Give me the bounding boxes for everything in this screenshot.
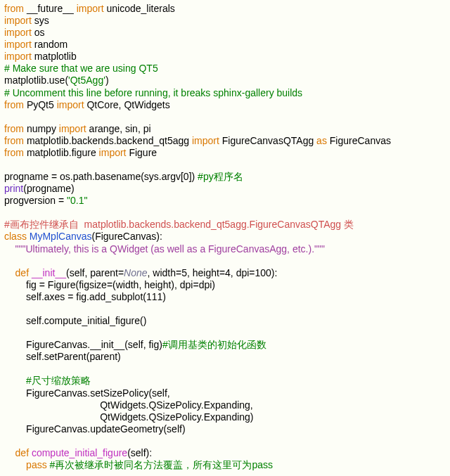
comment: #画布控件继承自 matplotlib.backends.backend_qt5… (4, 219, 354, 230)
class-name: MyMplCanvas (30, 231, 92, 242)
comment: #尺寸缩放策略 (4, 375, 91, 386)
docstring: """Ultimately, this is a QWidget (as wel… (4, 243, 325, 255)
def-init: __init__ (32, 267, 66, 278)
def-compute: compute_initial_figure (32, 447, 127, 458)
print-call: print (4, 183, 23, 194)
comment: # Uncomment this line before running, it… (4, 87, 302, 98)
kw-from: from (4, 3, 24, 14)
comment: # Make sure that we are using QT5 (4, 63, 158, 74)
code-block: from __future__ import unicode_literals … (4, 3, 446, 471)
